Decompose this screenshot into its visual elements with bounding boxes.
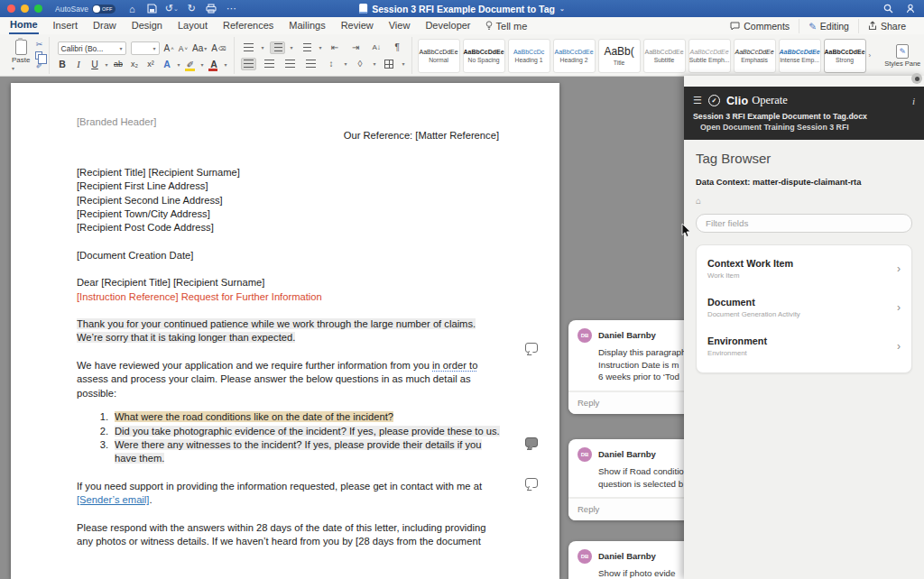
undo-icon[interactable]: ↺⌄: [166, 3, 178, 14]
multilevel-list-button[interactable]: [299, 41, 314, 54]
document-page[interactable]: [Branded Header] Our Reference: [Matter …: [11, 83, 559, 579]
comment-marker-icon[interactable]: [525, 478, 538, 488]
align-center-button[interactable]: [262, 58, 277, 70]
cut-icon[interactable]: ✂: [35, 41, 42, 49]
shrink-font-button[interactable]: A˅: [179, 44, 188, 53]
comment-card[interactable]: DB Daniel Barnby Show if photo evide: [568, 541, 697, 579]
style-no-spacing[interactable]: AaBbCcDdEeNo Spacing: [463, 39, 505, 73]
italic-button[interactable]: I: [72, 60, 84, 69]
paste-button[interactable]: Paste ▾: [12, 40, 30, 72]
comment-card[interactable]: DB Daniel Barnby Show if Road conditio q…: [568, 439, 697, 520]
panel-close-button[interactable]: [911, 73, 922, 84]
list-item: 3. Were there any witnesses to the incid…: [77, 438, 501, 466]
numbering-button[interactable]: [270, 41, 285, 54]
borders-button[interactable]: [382, 58, 397, 70]
underline-button[interactable]: U: [88, 59, 100, 69]
shading-button[interactable]: ◊: [353, 58, 368, 70]
sender-email-link[interactable]: [Sender’s email]: [77, 494, 149, 505]
styles-pane-icon: ✎: [896, 44, 909, 59]
pencil-icon: ✎: [808, 21, 817, 32]
subscript-button[interactable]: x₂: [128, 60, 140, 69]
menu-icon[interactable]: ☰: [693, 95, 702, 106]
avatar: DB: [578, 447, 592, 462]
share-user-icon[interactable]: [905, 3, 917, 14]
change-case-button[interactable]: Aa▾: [192, 43, 207, 53]
reply-input[interactable]: Reply: [568, 391, 697, 414]
grammar-suggestion: in order to: [432, 360, 477, 371]
minimize-window-button[interactable]: [21, 5, 29, 13]
text-effects-button[interactable]: A: [161, 59, 172, 69]
gallery-scroll-icon[interactable]: ›: [869, 51, 872, 60]
tab-insert[interactable]: Insert: [52, 18, 79, 33]
font-name-select[interactable]: Calibri (Bo...▾: [58, 41, 126, 55]
autosave-label: AutoSave: [55, 5, 88, 14]
tab-developer[interactable]: Developer: [424, 18, 471, 33]
share-button[interactable]: Share: [858, 19, 915, 33]
comment-card[interactable]: DB Daniel Barnby Display this paragraph …: [568, 320, 697, 414]
tag-item-context-work-item[interactable]: Context Work Item Work Item ›: [697, 249, 911, 288]
sort-button[interactable]: A↓: [369, 41, 384, 54]
document-title[interactable]: Session 3 RFI Example Document to Tag ⌄: [359, 0, 565, 17]
bullets-button[interactable]: [241, 41, 256, 54]
tab-mailings[interactable]: Mailings: [288, 18, 326, 33]
comment-marker-icon[interactable]: [525, 343, 538, 353]
superscript-button[interactable]: x²: [144, 60, 156, 69]
align-left-button[interactable]: [241, 58, 256, 70]
home-icon[interactable]: ⌂: [126, 3, 138, 14]
zoom-window-button[interactable]: [34, 5, 42, 13]
filter-fields-input[interactable]: [696, 214, 912, 233]
style-intense-emphasis[interactable]: AaBbCcDdEeIntense Emp...: [779, 39, 821, 73]
grow-font-button[interactable]: A˄: [164, 43, 174, 53]
autosave-toggle[interactable]: AutoSave OFF: [55, 5, 116, 14]
show-marks-button[interactable]: ¶: [390, 41, 405, 54]
font-size-select[interactable]: ▾: [131, 41, 160, 55]
styles-pane-button[interactable]: ✎ Styles Pane: [882, 44, 922, 68]
style-emphasis[interactable]: AaBbCcDdEeEmphasis: [734, 39, 776, 73]
font-color-button[interactable]: A: [208, 59, 220, 69]
avatar: DB: [578, 549, 592, 564]
align-right-button[interactable]: [282, 58, 298, 70]
tab-layout[interactable]: Layout: [177, 18, 208, 33]
style-strong[interactable]: AaBbCcDdEeStrong: [824, 39, 866, 73]
close-window-button[interactable]: [7, 5, 15, 13]
tag-item-environment[interactable]: Environment Environment ›: [697, 326, 911, 365]
clear-formatting-button[interactable]: A⌫: [211, 43, 226, 53]
tab-home[interactable]: Home: [9, 17, 39, 34]
more-icon[interactable]: ⋯: [226, 3, 237, 14]
style-heading-1[interactable]: AaBbCcDcHeading 1: [508, 39, 550, 73]
comments-button[interactable]: Comments: [721, 19, 799, 33]
increase-indent-button[interactable]: ⇥: [348, 41, 364, 54]
tab-references[interactable]: References: [222, 18, 274, 33]
decrease-indent-button[interactable]: ⇤: [328, 41, 343, 54]
style-subtitle[interactable]: AaBbCcDdEeSubtitle: [643, 39, 686, 73]
justify-button[interactable]: [303, 58, 319, 70]
redo-icon[interactable]: ↻: [186, 3, 198, 14]
editing-mode-button[interactable]: ✎ Editing: [799, 19, 858, 33]
tab-review[interactable]: Review: [340, 18, 374, 33]
save-icon[interactable]: [146, 3, 158, 14]
copy-icon[interactable]: [35, 51, 42, 60]
tab-draw[interactable]: Draw: [92, 18, 117, 33]
style-heading-2[interactable]: AaBbCcDdEeHeading 2: [553, 39, 596, 73]
search-icon[interactable]: [882, 3, 894, 14]
style-normal[interactable]: AaBbCcDdEeNormal: [418, 39, 460, 73]
tab-design[interactable]: Design: [131, 18, 163, 33]
bold-button[interactable]: B: [56, 59, 68, 69]
question-list: 1. What were the road conditions like on…: [77, 410, 501, 466]
line-spacing-button[interactable]: ↕: [324, 58, 339, 70]
print-icon[interactable]: [206, 3, 217, 14]
tell-me-button[interactable]: Tell me: [485, 21, 528, 32]
reply-input[interactable]: Reply: [568, 497, 697, 520]
style-title[interactable]: AaBb(Title: [598, 39, 641, 73]
tag-home-icon[interactable]: ⌂: [696, 196, 912, 206]
tag-item-document[interactable]: Document Document Generation Activity ›: [697, 288, 911, 326]
tools-group: ✎ Styles Pane Dictate ✎ Editor ✓ Operate: [876, 37, 924, 74]
info-icon[interactable]: i: [912, 96, 915, 106]
autosave-switch[interactable]: OFF: [92, 5, 116, 14]
highlight-color-button[interactable]: ✐: [185, 60, 197, 69]
comment-marker-icon[interactable]: [525, 437, 538, 447]
strikethrough-button[interactable]: ab: [112, 60, 124, 69]
comment-text: Show if Road conditio question is select…: [598, 465, 688, 490]
tab-view[interactable]: View: [388, 18, 411, 33]
style-subtle-emphasis[interactable]: AaBbCcDdEeSubtle Emph...: [688, 39, 731, 73]
